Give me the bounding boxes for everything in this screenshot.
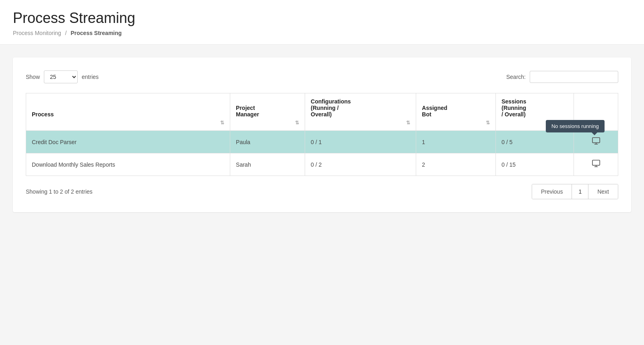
cell-configurations: 0 / 1 [305, 131, 416, 153]
breadcrumb: Process Monitoring / Process Streaming [13, 30, 631, 36]
table-row: Download Monthly Sales ReportsSarah0 / 2… [26, 153, 618, 176]
search-label: Search: [506, 74, 526, 80]
cell-process: Credit Doc Parser [26, 131, 230, 153]
col-header-assigned-bot: AssignedBot ⇅ [416, 93, 496, 131]
monitor-icon-wrapper[interactable]: No sessions running [592, 136, 601, 147]
page-number: 1 [572, 184, 588, 199]
previous-button[interactable]: Previous [532, 184, 572, 199]
main-card: Show 25 10 50 100 entries Search: Proces… [13, 58, 631, 212]
breadcrumb-current: Process Streaming [71, 30, 122, 36]
table-footer: Showing 1 to 2 of 2 entries Previous 1 N… [26, 184, 618, 199]
cell-process: Download Monthly Sales Reports [26, 153, 230, 176]
breadcrumb-separator: / [65, 30, 67, 36]
col-header-configurations: Configurations(Running /Overall) ⇅ [305, 93, 416, 131]
content-area: Show 25 10 50 100 entries Search: Proces… [0, 45, 644, 225]
table-header: Process ⇅ ProjectManager ⇅ Configuration… [26, 93, 618, 131]
breadcrumb-parent: Process Monitoring [13, 30, 61, 36]
table-controls: Show 25 10 50 100 entries Search: [26, 70, 618, 83]
data-table: Process ⇅ ProjectManager ⇅ Configuration… [26, 93, 618, 176]
sort-icon-project-manager[interactable]: ⇅ [236, 120, 299, 126]
show-label: Show [26, 74, 40, 80]
cell-project-manager: Sarah [230, 153, 305, 176]
cell-action [574, 153, 618, 176]
svg-rect-0 [592, 138, 600, 143]
table-row: Credit Doc ParserPaula0 / 110 / 5No sess… [26, 131, 618, 153]
pagination: Previous 1 Next [532, 184, 618, 199]
col-header-action [574, 93, 618, 131]
svg-rect-3 [592, 160, 600, 165]
showing-text: Showing 1 to 2 of 2 entries [26, 188, 93, 195]
show-entries-control: Show 25 10 50 100 entries [26, 70, 99, 83]
monitor-icon[interactable] [592, 159, 601, 170]
cell-configurations: 0 / 2 [305, 153, 416, 176]
cell-assigned-bot: 2 [416, 153, 496, 176]
page-title: Process Streaming [13, 10, 631, 27]
sort-icon-process[interactable]: ⇅ [32, 120, 224, 126]
sort-icon-configurations[interactable]: ⇅ [311, 120, 410, 126]
col-header-project-manager: ProjectManager ⇅ [230, 93, 305, 131]
monitor-icon-wrapper[interactable] [592, 159, 601, 170]
entries-label: entries [82, 74, 99, 80]
page-header: Process Streaming Process Monitoring / P… [0, 0, 644, 45]
search-input[interactable] [530, 71, 618, 83]
next-button[interactable]: Next [588, 184, 618, 199]
cell-project-manager: Paula [230, 131, 305, 153]
col-header-sessions: Sessions(Running/ Overall) ⇅ [495, 93, 574, 131]
sort-icon-sessions[interactable]: ⇅ [502, 120, 568, 126]
cell-assigned-bot: 1 [416, 131, 496, 153]
col-header-process: Process ⇅ [26, 93, 230, 131]
search-area: Search: [506, 71, 618, 83]
sort-icon-assigned-bot[interactable]: ⇅ [422, 120, 490, 126]
entries-select[interactable]: 25 10 50 100 [44, 70, 78, 83]
table-body: Credit Doc ParserPaula0 / 110 / 5No sess… [26, 131, 618, 176]
cell-sessions: 0 / 5 [495, 131, 574, 153]
cell-sessions: 0 / 15 [495, 153, 574, 176]
cell-action: No sessions running [574, 131, 618, 153]
monitor-icon[interactable] [592, 136, 601, 147]
